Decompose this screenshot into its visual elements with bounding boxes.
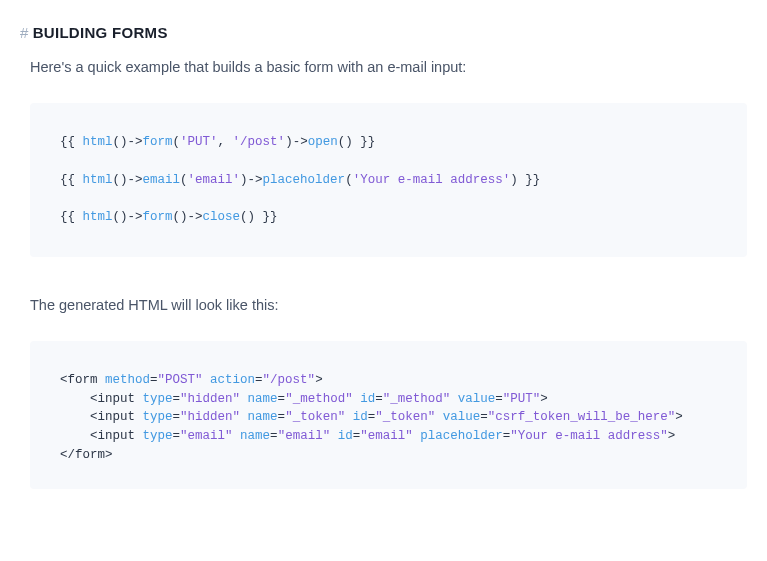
code-block-blade: {{ html()->form('PUT', '/post')->open() … [30,103,747,257]
outro-paragraph: The generated HTML will look like this: [30,297,747,313]
intro-paragraph: Here's a quick example that builds a bas… [30,59,747,75]
code-block-html: <form method="POST" action="/post"> <inp… [30,341,747,489]
section-heading: #BUILDING FORMS [20,24,747,41]
anchor-hash[interactable]: # [20,24,29,41]
heading-text: BUILDING FORMS [33,24,168,41]
